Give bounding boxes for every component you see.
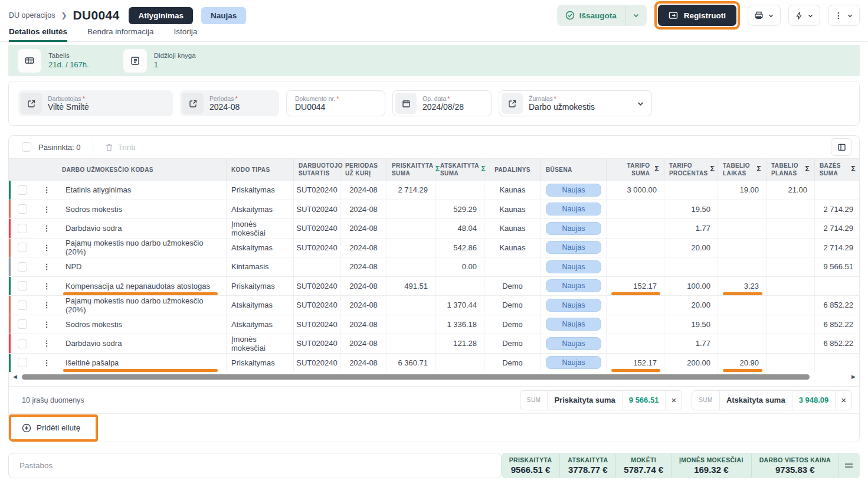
cell-kodas[interactable]: NPD: [57, 257, 227, 276]
print-button[interactable]: [748, 5, 781, 26]
summary-menu-icon[interactable]: [839, 454, 856, 477]
cell-tarifo-suma: 152.17: [607, 354, 664, 373]
table-row[interactable]: ⋮ Sodros mokestis Atskaitymas SUT020240 …: [9, 315, 860, 334]
column-header-atskaityta[interactable]: ATSKAITYTA SUMAΣ: [435, 159, 484, 180]
cell-padalinys: Kaunas: [484, 239, 541, 257]
row-checkbox[interactable]: [18, 262, 27, 272]
cell-kodas[interactable]: Kompensacija už nepanaudotas atostogas: [57, 277, 227, 296]
saved-button-group[interactable]: Išsaugota: [557, 5, 647, 26]
row-menu-icon[interactable]: ⋮: [36, 219, 57, 238]
table-row[interactable]: ⋮ Kompensacija už nepanaudotas atostogas…: [9, 276, 860, 296]
sum-sigma-icon[interactable]: Σ: [710, 165, 715, 174]
breadcrumb[interactable]: DU operacijos: [9, 11, 55, 19]
cell-kodas[interactable]: Etatinis atlyginimas: [57, 181, 227, 200]
calendar-icon[interactable]: [395, 93, 417, 114]
column-header-kodo-tipas[interactable]: KODO TIPAS: [227, 159, 294, 180]
period-field[interactable]: Periodas* 2024-08: [180, 90, 279, 116]
tabelis-info[interactable]: Tabelis 21d. / 167h.: [18, 49, 89, 73]
cell-atskaityta: 48.04: [435, 219, 484, 238]
tab-bendra-informacija[interactable]: Bendra informacija: [87, 27, 154, 41]
table-row[interactable]: ⋮ Darbdavio sodra Įmonės mokesčiai SUT02…: [9, 334, 860, 353]
scroll-right-icon[interactable]: ▶: [851, 374, 856, 380]
actions-button[interactable]: [788, 5, 820, 26]
column-header-bazes-suma[interactable]: BAZĖS SUMAΣ: [815, 159, 860, 180]
cell-kodas[interactable]: Sodros mokestis: [57, 200, 227, 219]
tab-istorija[interactable]: Istorija: [174, 27, 198, 41]
table-row[interactable]: ⋮ Etatinis atlyginimas Priskaitymas SUT0…: [9, 180, 860, 200]
table-row[interactable]: ⋮ Sodros mokestis Atskaitymas SUT020240 …: [9, 200, 860, 219]
sum-sigma-icon[interactable]: Σ: [805, 165, 810, 174]
summary-card-value: 3778.77 €: [568, 465, 608, 475]
column-header-tarifo-suma[interactable]: TARIFO SUMAΣ: [607, 159, 664, 180]
register-button-label: Registruoti: [684, 11, 726, 20]
row-checkbox[interactable]: [18, 358, 27, 367]
row-checkbox[interactable]: [18, 281, 27, 290]
scrollbar-thumb[interactable]: [22, 374, 810, 380]
tab-detalios-eilutes[interactable]: Detalios eilutės: [9, 27, 67, 41]
cell-kodas[interactable]: Pajamų mokestis nuo darbo užmokesčio (20…: [57, 239, 227, 257]
column-header-busena[interactable]: BŪSENA: [541, 159, 607, 180]
row-menu-icon[interactable]: ⋮: [36, 277, 57, 296]
row-checkbox[interactable]: [18, 243, 27, 252]
column-settings-button[interactable]: [831, 138, 852, 156]
column-header-sutartis[interactable]: DARBUOTOJO SUTARTIS: [294, 159, 340, 180]
chevron-down-icon[interactable]: [625, 12, 647, 19]
column-header-kodas[interactable]: DARBO UŽMOKESČIO KODAS: [57, 159, 227, 180]
select-all-checkbox[interactable]: [22, 142, 31, 152]
ledger-info[interactable]: Didžioji knyga 1: [123, 49, 196, 73]
external-link-icon[interactable]: [21, 93, 42, 114]
sum-sigma-icon[interactable]: Σ: [851, 165, 856, 174]
cell-kodas[interactable]: Išeitinė pašalpa: [57, 354, 227, 373]
row-menu-icon[interactable]: ⋮: [36, 257, 57, 276]
column-header-periodas[interactable]: PERIODAS UŽ KURĮ: [340, 159, 387, 180]
cell-tabelio-laikas: 3.23: [718, 277, 767, 296]
column-header-tabelio-laikas[interactable]: TABELIO LAIKASΣ: [718, 159, 767, 180]
operation-date-field[interactable]: Op. data* 2024/08/28: [392, 90, 492, 116]
register-button[interactable]: Registruoti: [658, 5, 736, 26]
row-checkbox[interactable]: [18, 339, 27, 348]
horizontal-scrollbar[interactable]: ◀ ▶: [9, 372, 859, 386]
row-checkbox[interactable]: [18, 301, 27, 310]
add-row-button[interactable]: Pridėti eilutę: [22, 423, 80, 433]
column-header-tabelio-planas[interactable]: TABELIO PLANASΣ: [767, 159, 815, 180]
column-header-tarifo-procentas[interactable]: TARIFO PROCENTASΣ: [664, 159, 718, 180]
table-row[interactable]: ⋮ Išeitinė pašalpa Priskaitymas SUT02024…: [9, 353, 860, 373]
column-header-priskaityta[interactable]: PRISKAITYTA SUMAΣ: [387, 159, 435, 180]
delete-button[interactable]: Trinti: [105, 143, 136, 152]
cell-bazes-suma: 9 566.51: [815, 257, 860, 276]
cell-kodas[interactable]: Darbdavio sodra: [57, 219, 227, 238]
cell-kodas[interactable]: Darbdavio sodra: [57, 334, 227, 353]
close-icon[interactable]: ×: [836, 391, 851, 410]
row-checkbox[interactable]: [18, 224, 27, 233]
cell-kodas[interactable]: Sodros mokestis: [57, 315, 227, 334]
row-menu-icon[interactable]: ⋮: [36, 239, 57, 257]
row-menu-icon[interactable]: ⋮: [36, 334, 57, 353]
table-row[interactable]: ⋮ Pajamų mokestis nuo darbo užmokesčio (…: [9, 238, 860, 257]
row-checkbox[interactable]: [18, 204, 27, 214]
cell-kodas[interactable]: Pajamų mokestis nuo darbo užmokesčio (20…: [57, 296, 227, 315]
row-menu-icon[interactable]: ⋮: [36, 181, 57, 200]
row-menu-icon[interactable]: ⋮: [36, 315, 57, 334]
chevron-down-icon[interactable]: [637, 100, 644, 107]
external-link-icon[interactable]: [502, 93, 523, 114]
table-row[interactable]: ⋮ Darbdavio sodra Įmonės mokesčiai SUT02…: [9, 218, 860, 238]
more-menu-button[interactable]: ⋮: [828, 5, 860, 26]
close-icon[interactable]: ×: [666, 391, 682, 410]
row-menu-icon[interactable]: ⋮: [36, 296, 57, 315]
document-number-field[interactable]: Dokumento nr.* DU0044: [286, 90, 385, 116]
journal-field[interactable]: Žurnalas* Darbo užmokestis: [499, 90, 652, 116]
sum-sigma-icon[interactable]: Σ: [654, 165, 659, 174]
scroll-left-icon[interactable]: ◀: [13, 374, 17, 380]
table-row[interactable]: ⋮ Pajamų mokestis nuo darbo užmokesčio (…: [9, 295, 860, 315]
employee-field[interactable]: Darbuotojas* Viltė Smiltė: [18, 90, 173, 116]
row-checkbox[interactable]: [18, 319, 27, 329]
row-menu-icon[interactable]: ⋮: [36, 200, 57, 219]
column-header-padalinys[interactable]: PADALINYS: [484, 159, 541, 180]
sum-sigma-icon[interactable]: Σ: [756, 165, 761, 174]
notes-input[interactable]: [8, 453, 502, 478]
table-row[interactable]: ⋮ NPD Kintamasis 2024-08 0.00 Naujas 9 5…: [9, 257, 860, 276]
row-menu-icon[interactable]: ⋮: [36, 354, 57, 373]
row-checkbox[interactable]: [18, 185, 27, 195]
external-link-icon[interactable]: [182, 93, 204, 114]
cell-bazes-suma: 6 852.22: [815, 315, 860, 334]
